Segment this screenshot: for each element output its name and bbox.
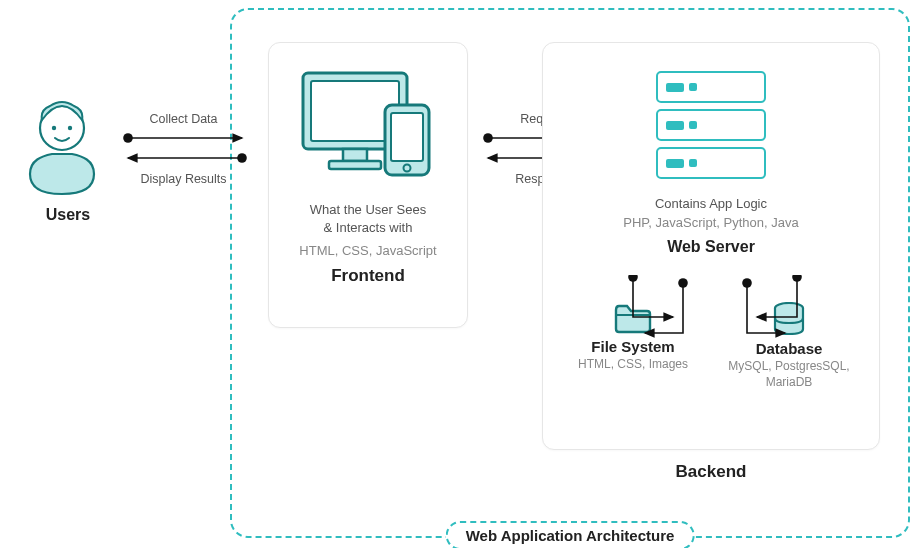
server-icon: [555, 71, 867, 179]
svg-point-1: [52, 126, 56, 130]
frontend-desc-2: & Interacts with: [279, 219, 457, 237]
users-label: Users: [18, 206, 118, 224]
database-tech: MySQL, PostgresSQL, MariaDB: [714, 359, 864, 390]
webserver-tech: PHP, JavaScript, Python, Java: [555, 215, 867, 230]
filesystem-tech: HTML, CSS, Images: [558, 357, 708, 373]
backend-title: Backend: [542, 462, 880, 482]
diagram-title: Web Application Architecture: [446, 521, 695, 548]
webserver-title: Web Server: [555, 238, 867, 256]
user-icon: [18, 98, 106, 198]
svg-point-2: [68, 126, 72, 130]
frontend-title: Frontend: [279, 266, 457, 286]
svg-rect-8: [343, 149, 367, 161]
webserver-desc: Contains App Logic: [555, 195, 867, 213]
frontend-desc-1: What the User Sees: [279, 201, 457, 219]
display-results-label: Display Results: [126, 172, 241, 186]
svg-rect-9: [329, 161, 381, 169]
backend-card: Contains App Logic PHP, JavaScript, Pyth…: [542, 42, 880, 450]
internal-arrows: [615, 275, 815, 353]
arrows-users-frontend: [120, 128, 250, 168]
frontend-tech: HTML, CSS, JavaScript: [279, 243, 457, 258]
users-node: Users: [18, 98, 118, 224]
collect-data-label: Collect Data: [126, 112, 241, 126]
svg-rect-11: [391, 113, 423, 161]
devices-icon: [293, 65, 443, 185]
frontend-card: What the User Sees & Interacts with HTML…: [268, 42, 468, 328]
